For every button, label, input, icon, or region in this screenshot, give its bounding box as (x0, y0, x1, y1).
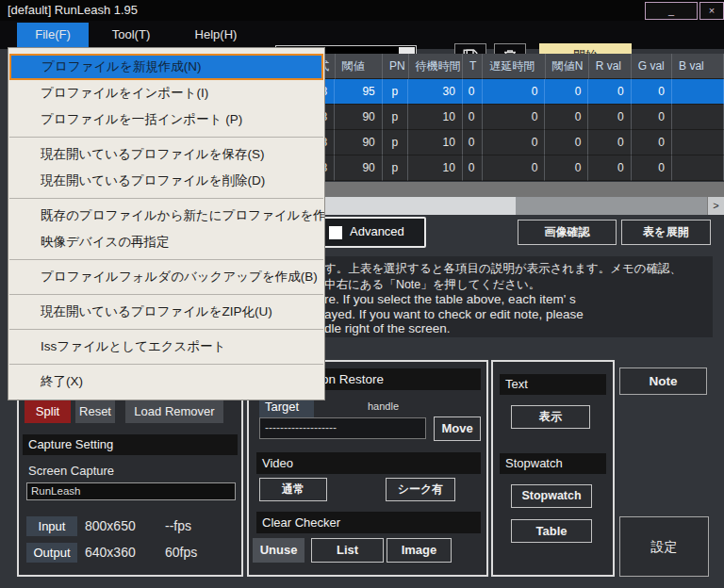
table-header-cell[interactable]: PN (383, 54, 408, 79)
reset-button[interactable]: Reset (75, 400, 115, 423)
table-cell[interactable]: 0 (545, 79, 588, 105)
menu-file[interactable]: File(F) (17, 23, 89, 47)
table-header-cell[interactable]: 閾値 (336, 54, 383, 79)
menu-item-zip-profile[interactable]: 現在開いているプロファイルをZIP化(U) (8, 299, 324, 325)
description-line: dle right of the screen. (324, 321, 707, 336)
table-cell[interactable]: 0 (545, 105, 588, 130)
settings-button[interactable]: 設定 (619, 516, 709, 577)
table-header-cell[interactable]: T (463, 54, 483, 79)
text-show-button[interactable]: 表示 (511, 405, 590, 429)
image-button[interactable]: Image (387, 538, 452, 563)
table-cell[interactable]: 90 (335, 130, 383, 155)
table-cell[interactable]: 0 (483, 79, 546, 105)
menu-separator (9, 294, 323, 295)
menu-item-backup-profile-folder[interactable]: プロファイルフォルダのバックアップを作成(B) (8, 264, 324, 290)
input-resolution: 800x650 (85, 518, 136, 533)
text-stopwatch-panel: Text 表示 Stopwatch Stopwatch Table (491, 360, 615, 577)
advanced-checkbox[interactable] (329, 226, 342, 239)
table-cell[interactable]: 90 (335, 105, 383, 130)
menu-item-exit[interactable]: 終了(X) (8, 368, 324, 395)
menu-separator (9, 137, 323, 138)
table-cell[interactable]: 0 (463, 130, 483, 155)
image-check-button[interactable]: 画像確認 (518, 220, 617, 245)
minimize-button[interactable]: _ (645, 2, 698, 20)
menu-tool[interactable]: Tool(T) (98, 23, 164, 47)
move-button[interactable]: Move (434, 416, 481, 441)
table-cell[interactable]: 0 (588, 130, 631, 155)
video-header: Video (256, 452, 481, 474)
capture-setting-header: Capture Setting (23, 434, 238, 455)
menu-help[interactable]: Help(H) (181, 23, 251, 47)
expand-table-button[interactable]: 表を展開 (621, 220, 711, 245)
table-header-cell[interactable]: 閾値N (546, 54, 589, 79)
table-cell[interactable]: 90 (335, 155, 383, 181)
menu-item-import-profile[interactable]: プロファイルをインポート(I) (8, 80, 324, 106)
horizontal-scrollbar[interactable]: > (311, 197, 724, 215)
table-header-cell[interactable]: R val (589, 54, 632, 79)
table-cell[interactable]: 0 (483, 130, 546, 155)
table-header-row: 式 閾値 PN 待機時間 T 遅延時間 閾値N R val G val B va… (311, 54, 724, 79)
target-field[interactable]: ------------------- (259, 417, 426, 439)
table-cell[interactable] (672, 105, 724, 130)
table-row[interactable]: 8 90 p 10 0 0 0 0 0 (311, 130, 724, 155)
app-window: [default] RunLeash 1.95 _ × File(F) Tool… (0, 0, 724, 588)
table-cell[interactable]: 0 (545, 155, 588, 181)
menu-item-export-iss[interactable]: Issファイルとしてエクスポート (8, 334, 324, 360)
table-cell[interactable]: 0 (483, 105, 546, 130)
table-cell[interactable]: 0 (483, 155, 546, 181)
menu-item-delete-profile[interactable]: 現在開いているプロファイルを削除(D) (8, 168, 324, 194)
note-button[interactable]: Note (619, 368, 707, 395)
table-cell[interactable]: p (383, 130, 408, 155)
table-cell[interactable]: 0 (632, 79, 672, 105)
split-button[interactable]: Split (25, 400, 71, 423)
menu-item-new-profile[interactable]: プロファイルを新規作成(N) (9, 54, 323, 80)
stopwatch-table-button[interactable]: Table (511, 519, 592, 543)
table-header-cell[interactable]: B val (672, 54, 724, 79)
capture-device-field[interactable]: RunLeash (26, 482, 236, 500)
stopwatch-button[interactable]: Stopwatch (511, 484, 592, 508)
video-seek-button[interactable]: シーク有 (386, 478, 455, 501)
table-cell[interactable]: 10 (408, 105, 463, 130)
table-cell[interactable]: p (383, 155, 408, 181)
table-cell[interactable]: 0 (632, 130, 672, 155)
menu-item-respecify-video-device[interactable]: 映像デバイスの再指定 (8, 229, 324, 255)
table-cell[interactable] (672, 130, 724, 155)
menu-item-save-profile[interactable]: 現在開いているプロファイルを保存(S) (8, 141, 324, 168)
table-cell[interactable]: 0 (588, 79, 631, 105)
table-cell[interactable] (672, 79, 724, 105)
scrollbar-right-arrow[interactable]: > (707, 197, 724, 215)
table-header-cell[interactable]: G val (632, 54, 672, 79)
scrollbar-thumb[interactable] (311, 197, 516, 215)
table-cell[interactable]: 0 (588, 155, 631, 181)
table-cell[interactable]: 0 (588, 105, 631, 130)
table-cell[interactable]: 0 (632, 105, 672, 130)
description-line: ayed. If you want to check or edit note,… (324, 307, 707, 322)
table-header-cell[interactable]: 待機時間 (409, 54, 464, 79)
table-row[interactable]: 8 95 p 30 0 0 0 0 0 (311, 79, 724, 105)
advanced-checkbox-group[interactable]: Advanced (319, 217, 426, 248)
table-cell[interactable]: 30 (408, 79, 463, 105)
table-cell[interactable]: p (383, 79, 408, 105)
table-cell[interactable]: 0 (632, 155, 672, 181)
settings-table: 式 閾値 PN 待機時間 T 遅延時間 閾値N R val G val B va… (311, 54, 724, 181)
table-cell[interactable]: 10 (408, 130, 463, 155)
list-button[interactable]: List (311, 538, 384, 563)
table-cell[interactable]: 10 (408, 155, 463, 181)
table-cell[interactable]: 0 (545, 130, 588, 155)
table-cell[interactable] (672, 155, 724, 181)
unuse-button[interactable]: Unuse (253, 538, 304, 563)
table-header-cell[interactable]: 遅延時間 (483, 54, 545, 79)
table-row[interactable]: 8 90 p 10 0 0 0 0 0 (311, 155, 724, 181)
table-cell[interactable]: 0 (463, 155, 483, 181)
menu-item-bulk-import-profile[interactable]: プロファイルを一括インポート (P) (8, 106, 324, 133)
table-row[interactable]: 8 90 p 10 0 0 0 0 0 (311, 105, 724, 130)
table-cell[interactable]: 95 (335, 79, 383, 105)
table-cell[interactable]: p (383, 105, 408, 130)
menu-item-create-from-existing[interactable]: 既存のプロファイルから新たにプロファイルを作成 (8, 203, 324, 229)
video-normal-button[interactable]: 通常 (259, 478, 327, 501)
menu-separator (9, 329, 323, 330)
table-cell[interactable]: 0 (463, 105, 483, 130)
close-button[interactable]: × (699, 2, 724, 20)
load-remover-button[interactable]: Load Remover (125, 400, 223, 423)
table-cell[interactable]: 0 (463, 79, 483, 105)
